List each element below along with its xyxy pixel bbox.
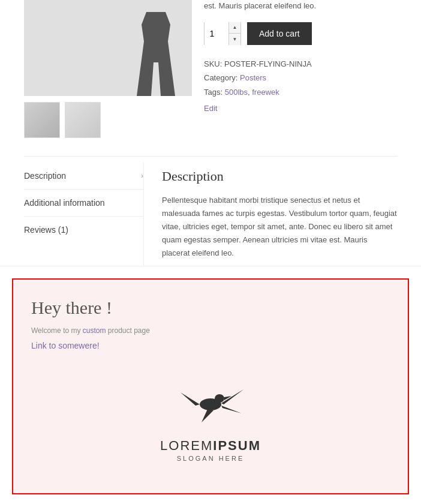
add-to-cart-row: ▲ ▼ Add to cart <box>204 22 397 45</box>
section-divider <box>24 156 397 157</box>
add-to-cart-button[interactable]: Add to cart <box>247 22 312 45</box>
hey-there-heading: Hey there ! <box>31 298 390 318</box>
description-snippet: est. Mauris placerat eleifend leo. <box>204 0 397 13</box>
welcome-before: Welcome to my <box>31 326 83 335</box>
logo-container: LOREMIPSUM SLOGAN HERE <box>31 374 390 462</box>
welcome-custom-word: custom <box>83 326 106 335</box>
thumbnail-row <box>24 102 192 138</box>
tab-description[interactable]: Description › <box>24 163 143 190</box>
sku-row: SKU: POSTER-FLYING-NINJA <box>204 57 397 71</box>
custom-product-section: Hey there ! Welcome to my custom product… <box>12 278 409 494</box>
tags-label: Tags: <box>204 88 222 97</box>
quantity-input[interactable] <box>205 22 228 45</box>
tabs-right: Description Pellentesque habitant morbi … <box>162 163 397 266</box>
logo-icon <box>175 374 246 434</box>
product-meta: SKU: POSTER-FLYING-NINJA Category: Poste… <box>204 57 397 99</box>
sku-label: SKU: <box>204 59 222 68</box>
tab-description-label: Description <box>24 171 66 181</box>
tag-freewek[interactable]: freewek <box>252 88 279 97</box>
category-label: Category: <box>204 73 237 82</box>
logo-slogan: SLOGAN HERE <box>177 455 244 462</box>
thumbnail-2-inner <box>65 103 100 137</box>
svg-marker-6 <box>221 406 242 413</box>
link-somewere[interactable]: Link to somewere! <box>31 341 100 350</box>
svg-point-4 <box>215 394 224 403</box>
product-info: est. Mauris placerat eleifend leo. ▲ ▼ A… <box>204 0 397 138</box>
person-silhouette <box>132 12 180 96</box>
description-body: Pellentesque habitant morbi tristique se… <box>162 194 397 260</box>
tabs-section: Description › Additional information Rev… <box>0 163 421 266</box>
logo-text: LOREMIPSUM <box>160 438 261 454</box>
product-images <box>24 0 192 138</box>
description-heading: Description <box>162 169 397 184</box>
tab-additional-info[interactable]: Additional information <box>24 190 143 217</box>
description-paragraph: Pellentesque habitant morbi tristique se… <box>162 194 397 260</box>
thumbnail-1[interactable] <box>24 102 60 138</box>
thumbnail-1-inner <box>25 103 59 137</box>
tab-reviews-label: Reviews (1) <box>24 225 68 235</box>
product-section: est. Mauris placerat eleifend leo. ▲ ▼ A… <box>0 0 421 150</box>
tabs-left: Description › Additional information Rev… <box>24 163 144 266</box>
quantity-arrows: ▲ ▼ <box>228 22 240 45</box>
category-row: Category: Posters <box>204 71 397 85</box>
tag-500lbs[interactable]: 500lbs <box>225 88 248 97</box>
svg-marker-3 <box>202 409 213 422</box>
tab-additional-info-label: Additional information <box>24 198 105 208</box>
category-link[interactable]: Posters <box>240 73 266 82</box>
main-product-image <box>24 0 192 96</box>
thumbnail-2[interactable] <box>65 102 101 138</box>
welcome-after: product page <box>106 326 150 335</box>
quantity-up-button[interactable]: ▲ <box>228 22 240 34</box>
sku-value: POSTER-FLYING-NINJA <box>224 59 312 68</box>
tab-description-arrow: › <box>141 172 143 180</box>
tags-row: Tags: 500lbs, freewek <box>204 85 397 99</box>
svg-marker-2 <box>221 389 243 404</box>
logo-ipsum: IPSUM <box>213 438 261 453</box>
quantity-wrapper: ▲ ▼ <box>204 22 241 45</box>
tab-reviews[interactable]: Reviews (1) <box>24 217 143 243</box>
logo-lorem: LOREM <box>160 438 213 453</box>
welcome-text: Welcome to my custom product page <box>31 326 390 335</box>
svg-marker-1 <box>181 392 200 406</box>
edit-link[interactable]: Edit <box>204 104 217 113</box>
quantity-down-button[interactable]: ▼ <box>228 34 240 45</box>
